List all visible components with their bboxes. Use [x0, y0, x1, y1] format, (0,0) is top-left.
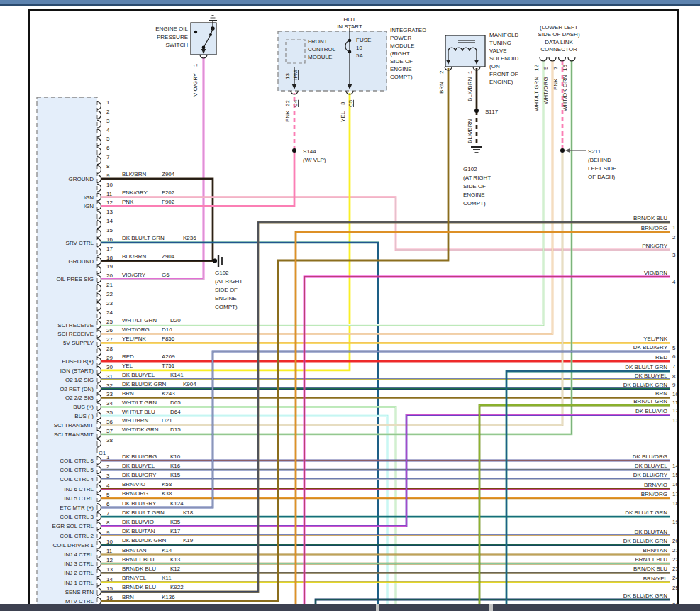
ground-label: COMPT)	[463, 200, 486, 207]
exit-number: 18	[672, 500, 679, 507]
pin-number: 3	[106, 473, 110, 479]
exit-wire-label: BRN/DK BLU	[633, 215, 667, 221]
bottom-bar-separator	[489, 604, 493, 611]
pin-function-label: COIL CTRL 5	[60, 467, 94, 473]
wire-color-label: BRN/LT BLU	[122, 556, 155, 563]
ipm-label: SIDE OF	[390, 58, 413, 65]
pin-number: 2	[438, 70, 445, 74]
exit-number: 23	[672, 566, 679, 572]
wire-color-label: PNK	[552, 78, 559, 90]
circuit-code-label: K10	[170, 453, 181, 460]
pin-function-label: O2 2/2 SIG	[65, 395, 94, 401]
exit-wire-label: BRN/YEL	[643, 576, 668, 582]
wire-color-label: YEL	[122, 363, 133, 369]
pin-function-label: EGR SOL CTRL	[52, 523, 94, 529]
exit-number: 19	[672, 519, 679, 525]
pin-number: 34	[106, 400, 113, 407]
pin-number: 35	[106, 409, 113, 416]
pin-number: 18	[106, 255, 113, 261]
splice-label: S117	[485, 109, 499, 115]
exit-number: 22	[672, 556, 679, 563]
pin-number: 38	[106, 437, 113, 444]
circuit-code-label: D21	[162, 417, 172, 424]
pin-number: 36	[106, 419, 113, 425]
wire-color-label: DK BLU/ORG	[122, 453, 157, 460]
exit-wire-label: YEL/PNK	[643, 336, 667, 342]
window-bottom-bar	[0, 604, 700, 611]
pin-number: 29	[106, 355, 113, 361]
fcm-label: FRONT	[308, 38, 328, 45]
pin-number: 27	[106, 336, 113, 343]
pin-function-label: 5V SUPPLY	[63, 340, 94, 346]
wire-color-label: BRN	[122, 390, 134, 397]
exit-wire-label: DK BLU/DK GRN	[623, 382, 667, 388]
ground-label: G102	[463, 166, 477, 172]
ipm-label: INTEGRATED	[390, 27, 426, 33]
pin-number: 16	[106, 236, 113, 243]
bottom-bar-separator	[376, 604, 379, 611]
pin-number: 6	[106, 145, 110, 151]
wire-color-label: WHT/LT GRN	[122, 317, 157, 324]
pin-function-label: SCI TRANSMIT	[54, 422, 94, 429]
splice-dot	[213, 259, 217, 263]
circuit-code-label: D64	[170, 409, 181, 415]
circuit-code-label: D16	[162, 326, 172, 333]
circuit-code-label: K11	[162, 575, 172, 581]
pin-function-label: O2 1/2 SIG	[65, 377, 94, 383]
exit-number: 6	[672, 353, 676, 360]
pin-number: 19	[106, 263, 113, 270]
pin-number: 21	[106, 282, 113, 288]
wire-color-label: WHT/DK GRN	[562, 75, 568, 111]
fuse-label: FUSE	[356, 37, 371, 43]
mtv-label: MANIFOLD	[489, 32, 519, 38]
pin-number: 20	[106, 273, 113, 279]
pin-number: 5	[106, 136, 110, 142]
wire-color-label: WHT/BRN	[122, 417, 149, 424]
pin-function-label: COIL CTRL 4	[60, 476, 94, 483]
wire-color-label: BRN/DK BLU	[122, 566, 156, 572]
pin-number: 12	[533, 65, 540, 71]
pin-number: 8	[106, 519, 110, 526]
switch-arm-dot	[202, 46, 206, 50]
pin-number: 1	[106, 454, 110, 461]
wire-color-label: DK BLU/YEL	[122, 372, 155, 378]
pin-number: 13	[106, 566, 113, 573]
ipm-label: ENGINE	[390, 66, 412, 72]
pin-function-label: GROUND	[68, 258, 94, 265]
wire-color-label: BLK/BRN	[467, 77, 473, 101]
pin-number: 14	[106, 218, 113, 224]
exit-wire-label: BRN/ORG	[641, 225, 667, 231]
circuit-code-label: K15	[170, 472, 181, 478]
pin-function-label: ETC MTR (+)	[60, 505, 94, 511]
pin-number: 5	[106, 492, 110, 498]
pin-number: 13	[106, 209, 113, 215]
exit-wire-label: DK BLU/GRY	[633, 344, 668, 351]
power-feed-label: IN START	[337, 23, 362, 30]
splice-label: (BEHIND	[588, 157, 611, 163]
splice-dot	[474, 109, 479, 113]
splice-label: S211	[588, 148, 601, 155]
ipm-label: COMPT)	[390, 74, 413, 80]
window-top-bar	[0, 0, 700, 6]
pin-function-label: INJ 2 CTRL	[64, 570, 94, 576]
pin-number: 22	[284, 100, 291, 106]
pin-number: 25	[106, 319, 113, 325]
wire-color-label: DK BLU/TAN	[122, 528, 155, 534]
pin-number: 1	[106, 99, 110, 106]
pin-function-label: IGN	[84, 203, 94, 209]
wire-color-label: BRN/TAN	[122, 547, 147, 554]
pin-number: 13	[284, 73, 291, 79]
pin-number: 31	[106, 373, 113, 380]
circuit-code-label: K58	[162, 481, 172, 488]
pin-number: 4	[106, 127, 110, 133]
pin-number: 17	[106, 246, 113, 252]
oil-switch-label: PRESSURE	[157, 34, 188, 40]
circuit-code-label: K18	[183, 510, 194, 516]
pin-number: 9	[543, 66, 549, 70]
wire-color-label: BLK/BRN	[122, 253, 146, 260]
mtv-label: VALVE	[489, 48, 507, 54]
exit-wire-label: DK BLU/DK GRN	[623, 538, 667, 544]
circuit-code-label: K922	[170, 584, 184, 590]
pin-number: 10	[106, 539, 113, 545]
pin-number: 26	[106, 327, 113, 334]
